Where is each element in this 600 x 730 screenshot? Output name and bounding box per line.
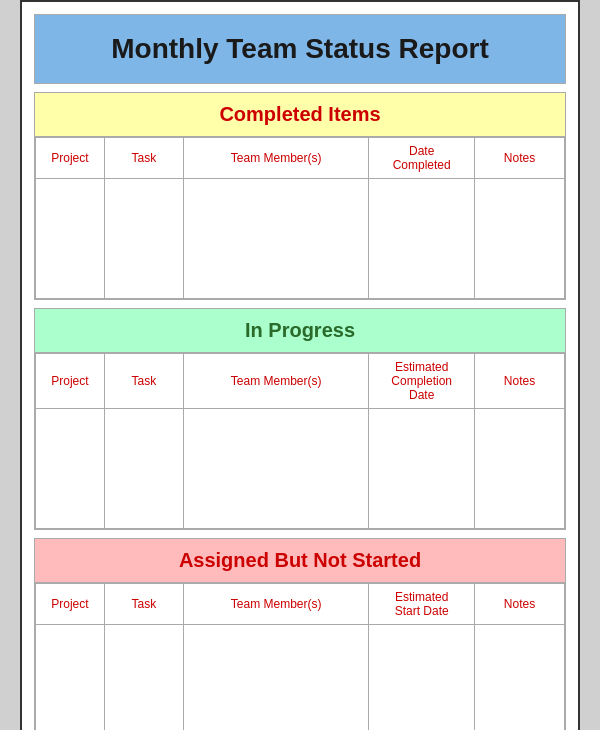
col-header-estimated-completion: EstimatedCompletionDate bbox=[369, 354, 475, 409]
completed-member-1[interactable] bbox=[184, 179, 369, 299]
col-header-project-1: Project bbox=[36, 138, 105, 179]
completed-project-1[interactable] bbox=[36, 179, 105, 299]
in-progress-task-1[interactable] bbox=[104, 409, 183, 529]
section-assigned: Assigned But Not Started Project Task Te… bbox=[34, 538, 566, 730]
completed-task-1[interactable] bbox=[104, 179, 183, 299]
col-header-estimated-start: EstimatedStart Date bbox=[369, 584, 475, 625]
report-title: Monthly Team Status Report bbox=[34, 14, 566, 84]
col-header-member-3: Team Member(s) bbox=[184, 584, 369, 625]
assigned-member-1[interactable] bbox=[184, 625, 369, 731]
col-header-notes-1: Notes bbox=[475, 138, 565, 179]
in-progress-member-1[interactable] bbox=[184, 409, 369, 529]
section-in-progress: In Progress Project Task Team Member(s) … bbox=[34, 308, 566, 530]
col-header-member-1: Team Member(s) bbox=[184, 138, 369, 179]
section-completed: Completed Items Project Task Team Member… bbox=[34, 92, 566, 300]
completed-notes-1[interactable] bbox=[475, 179, 565, 299]
col-header-notes-3: Notes bbox=[475, 584, 565, 625]
col-header-project-3: Project bbox=[36, 584, 105, 625]
col-header-task-3: Task bbox=[104, 584, 183, 625]
in-progress-table: Project Task Team Member(s) EstimatedCom… bbox=[35, 353, 565, 529]
completed-date-1[interactable] bbox=[369, 179, 475, 299]
completed-table-wrapper: Project Task Team Member(s) DateComplete… bbox=[34, 137, 566, 300]
in-progress-table-wrapper: Project Task Team Member(s) EstimatedCom… bbox=[34, 353, 566, 530]
assigned-table-wrapper: Project Task Team Member(s) EstimatedSta… bbox=[34, 583, 566, 730]
assigned-data-row-1 bbox=[36, 625, 565, 731]
assigned-notes-1[interactable] bbox=[475, 625, 565, 731]
assigned-project-1[interactable] bbox=[36, 625, 105, 731]
col-header-task-1: Task bbox=[104, 138, 183, 179]
completed-table: Project Task Team Member(s) DateComplete… bbox=[35, 137, 565, 299]
report-container: Monthly Team Status Report Completed Ite… bbox=[20, 0, 580, 730]
assigned-table: Project Task Team Member(s) EstimatedSta… bbox=[35, 583, 565, 730]
in-progress-date-1[interactable] bbox=[369, 409, 475, 529]
col-header-task-2: Task bbox=[104, 354, 183, 409]
col-header-date-completed: DateCompleted bbox=[369, 138, 475, 179]
col-header-notes-2: Notes bbox=[475, 354, 565, 409]
assigned-task-1[interactable] bbox=[104, 625, 183, 731]
col-header-member-2: Team Member(s) bbox=[184, 354, 369, 409]
in-progress-header: In Progress bbox=[34, 308, 566, 353]
completed-header: Completed Items bbox=[34, 92, 566, 137]
in-progress-notes-1[interactable] bbox=[475, 409, 565, 529]
in-progress-data-row-1 bbox=[36, 409, 565, 529]
in-progress-project-1[interactable] bbox=[36, 409, 105, 529]
assigned-date-1[interactable] bbox=[369, 625, 475, 731]
assigned-header: Assigned But Not Started bbox=[34, 538, 566, 583]
completed-data-row-1 bbox=[36, 179, 565, 299]
col-header-project-2: Project bbox=[36, 354, 105, 409]
